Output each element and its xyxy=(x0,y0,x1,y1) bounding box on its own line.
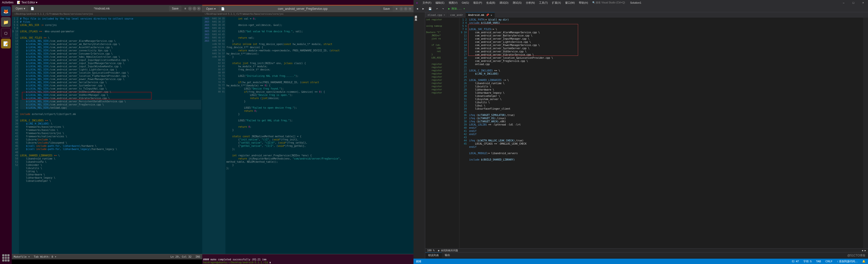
visual-studio-window: ◆ 文件(F) 编辑(E) 视图(V) Git(G) 项目(P) 生成(B) 调… xyxy=(413,0,868,264)
vs-statusbar: 就绪 行: 47 字符: 5 TAB CRLF ↑ 添加到源代码… 🔔 xyxy=(413,259,868,264)
gedit-window-2: Open ▾ 📄 com_android_server_FregService.… xyxy=(202,5,413,259)
nav-back-icon[interactable]: ◀ xyxy=(415,7,420,11)
vs-main-area: nload.cpp× com_andr Android.mk 📌 × int r… xyxy=(425,12,868,259)
scrollbar[interactable] xyxy=(863,18,868,248)
breadcrumb: ~/Desktop/android-5.1.1_r1/frameworks/ba… xyxy=(202,12,413,17)
new-file-icon[interactable]: 📄 xyxy=(220,7,226,10)
menu-project[interactable]: 项目(P) xyxy=(471,0,484,5)
menu-window[interactable]: 窗口(W) xyxy=(563,0,577,5)
pin-icon[interactable]: 📌 xyxy=(486,14,489,17)
menu-tools[interactable]: 工具(T) xyxy=(537,0,550,5)
launcher-terminal-icon[interactable]: ▢ xyxy=(1,28,11,38)
vs-bottom-panel: 错误列表 输出 xyxy=(425,252,868,259)
close-tab-icon[interactable]: × xyxy=(491,14,492,17)
menu-file[interactable]: 文件(F) xyxy=(421,0,433,5)
editor-area[interactable]: 2015 2015 2015 2015 2015 2015 2011 2015 … xyxy=(202,17,413,254)
launcher-files-icon[interactable]: 📁 xyxy=(1,17,11,27)
bell-icon[interactable]: 🔔 xyxy=(862,260,866,263)
menu-help[interactable]: 帮助(H) xyxy=(577,0,590,5)
tab-nload[interactable]: nload.cpp× xyxy=(425,12,448,18)
cursor-pos: Ln 29, Col 32 xyxy=(170,255,191,258)
menu-extensions[interactable]: 扩展(X) xyxy=(550,0,563,5)
menu-analyze[interactable]: 分析(N) xyxy=(524,0,537,5)
status-crlf: CRLF xyxy=(826,260,833,263)
terminal-window[interactable]: #### make completed successfully (01:21 … xyxy=(202,254,413,264)
new-file-icon[interactable]: 📄 xyxy=(29,7,36,10)
nav-marker[interactable]: ◀ ▶ xyxy=(862,249,866,252)
save-button[interactable]: Save xyxy=(169,6,182,11)
menu-git[interactable]: Git(G) xyxy=(460,0,471,5)
launcher-apps-icon[interactable] xyxy=(2,254,9,262)
close-tab-icon[interactable]: × xyxy=(444,14,445,16)
sidebar-toolbox[interactable]: 工具箱 xyxy=(413,15,418,18)
sidebar-server-explorer[interactable]: 服务器资源 xyxy=(413,12,418,15)
tab-errorlist[interactable]: 错误列表 xyxy=(425,253,442,258)
redo-icon[interactable]: ↷ xyxy=(441,7,445,11)
vs-left-sidebar[interactable]: 服务器资源 工具箱 xyxy=(413,12,425,259)
tab-width-selector[interactable]: Tab Width: 8 ▾ xyxy=(34,255,56,258)
hamburger-icon[interactable]: ≡ xyxy=(182,7,188,10)
minimize-button[interactable]: – xyxy=(399,7,403,11)
code-content[interactable]: LOCAL_PATH:= $(call my-dir) include $(CL… xyxy=(468,18,863,248)
menu-test[interactable]: 测试(S) xyxy=(511,0,524,5)
vs-tabs: nload.cpp× com_andr Android.mk 📌 × xyxy=(425,12,868,18)
app-menu[interactable]: 📝 Text Editor ▾ xyxy=(17,1,37,4)
minimize-button[interactable]: – xyxy=(839,0,848,5)
status-tab: TAB xyxy=(816,260,821,263)
maximize-button[interactable]: □ xyxy=(404,7,408,11)
status-char: 字符: 5 xyxy=(803,260,812,263)
status-source-control[interactable]: ↑ 添加到源代码… xyxy=(837,260,858,263)
vs-toolbar: ◀ ▶ 💾 ↶ ↷ ▶ 附加... ▾ xyxy=(413,5,868,12)
zoom-level[interactable]: 100 % xyxy=(427,249,434,252)
solution-name: Solution1 xyxy=(630,1,641,4)
hamburger-icon[interactable]: ≡ xyxy=(394,7,399,10)
save-button[interactable]: Save xyxy=(380,6,393,11)
menu-view[interactable]: 视图(V) xyxy=(447,0,460,5)
close-button[interactable]: × xyxy=(858,0,868,5)
open-button[interactable]: Open ▾ xyxy=(203,6,219,11)
undo-icon[interactable]: ↶ xyxy=(435,7,439,11)
vs-ruler-bar: 100 % ◉ 未找到相关问题 ◀ ▶ xyxy=(425,248,868,252)
breadcrumb: ~/Desktop/android-5.1.1_r1/frameworks/ba… xyxy=(12,12,202,17)
maximize-button[interactable]: □ xyxy=(848,0,858,5)
vs-menubar: ◆ 文件(F) 编辑(E) 视图(V) Git(G) 项目(P) 生成(B) 调… xyxy=(413,0,868,5)
activities-button[interactable]: Activities xyxy=(2,1,13,4)
launcher-texteditor-icon[interactable]: 📝 xyxy=(1,39,11,48)
save-icon[interactable]: 💾 xyxy=(427,7,433,11)
vs-editor[interactable]: int register using namesp Dextern "C" JN… xyxy=(425,18,868,248)
code-content[interactable]: int val = 0; device->get_val(device, &va… xyxy=(225,17,413,254)
gedit2-titlebar: Open ▾ 📄 com_android_server_FregService.… xyxy=(202,5,413,12)
open-button[interactable]: Open ▾ xyxy=(13,6,28,11)
search-box[interactable]: 🔍 搜索 Visual Studio (Ctrl+Q) xyxy=(592,1,625,4)
watermark: @51CTO博客 xyxy=(847,254,866,258)
editor-area[interactable]: 1 2 3 4 5 6 7 8 9 10 11 12 13 14 15 16 1… xyxy=(12,17,202,254)
term-output: #### make completed successfully (01:21 … xyxy=(203,258,267,261)
vs-logo-icon: ◆ xyxy=(414,0,420,5)
tab-androidmk[interactable]: Android.mk 📌 × xyxy=(466,12,495,18)
ins-mode[interactable]: INS xyxy=(195,255,200,258)
gedit-window-1: Open ▾ 📄 *Android.mk Save ≡ – □ × ~/Desk… xyxy=(12,5,202,259)
code-content[interactable]: # This file is included by the top level… xyxy=(19,17,202,254)
left-code-panel: int register using namesp Dextern "C" JN… xyxy=(425,18,459,248)
menu-debug[interactable]: 调试(D) xyxy=(497,0,510,5)
nav-fwd-icon[interactable]: ▶ xyxy=(421,7,426,11)
menu-build[interactable]: 生成(B) xyxy=(484,0,497,5)
tab-comandr[interactable]: com_andr xyxy=(448,12,466,18)
line-gutter: 1 2 3 4 5 6 7 8 9 10 11 12 13 14 15 16 1… xyxy=(459,18,468,248)
maximize-button[interactable]: □ xyxy=(192,7,196,10)
ubuntu-launcher: 🦊 📁 ▢ 📝 xyxy=(0,5,12,264)
status-line: 行: 47 xyxy=(792,260,799,263)
tab-output[interactable]: 输出 xyxy=(442,253,453,258)
line-gutter: 1 2 3 4 5 6 7 8 9 10 11 12 13 14 15 16 1… xyxy=(12,17,19,254)
blame-gutter: 2015 2015 2015 2015 2015 2015 2011 2015 … xyxy=(202,17,225,254)
close-button[interactable]: × xyxy=(408,7,412,11)
run-button[interactable]: ▶ 附加... ▾ xyxy=(447,6,466,11)
file-title: com_android_server_FregService.cpp xyxy=(226,7,379,10)
lang-selector[interactable]: Makefile ▾ xyxy=(14,255,30,258)
menu-edit[interactable]: 编辑(E) xyxy=(434,0,446,5)
close-button[interactable]: × xyxy=(197,7,201,10)
launcher-firefox-icon[interactable]: 🦊 xyxy=(1,6,11,16)
file-title: *Android.mk xyxy=(36,7,168,10)
issues-indicator[interactable]: ◉ 未找到相关问题 xyxy=(438,249,458,252)
minimize-button[interactable]: – xyxy=(188,7,192,10)
